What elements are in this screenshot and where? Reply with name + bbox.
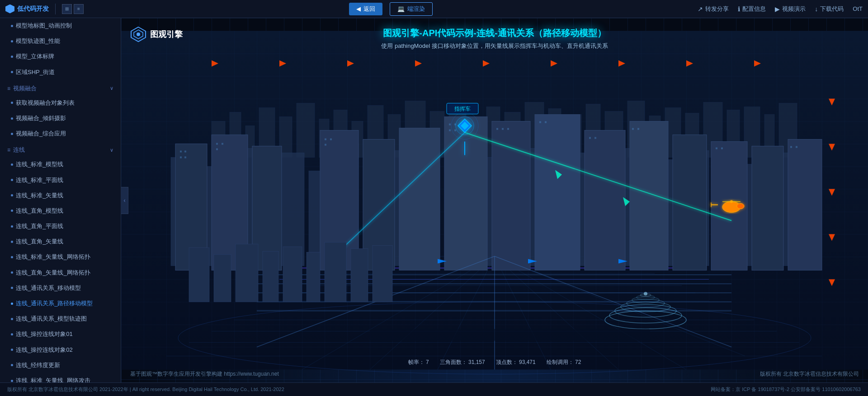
dot-icon: [11, 333, 13, 335]
sidebar-item-link-right-plane[interactable]: 连线_直角_平面线: [0, 219, 121, 234]
back-button[interactable]: ◀ 返回: [349, 3, 382, 15]
sidebar-item-get-video-list[interactable]: 获取视频融合对象列表: [0, 95, 121, 111]
svg-rect-132: [539, 121, 541, 123]
svg-rect-131: [507, 128, 509, 130]
sidebar-item-link-std-vector[interactable]: 连线_标准_矢量线: [0, 188, 121, 203]
sidebar-item-link-right-vector-topo[interactable]: 连线_直角_矢量线_网络拓扑: [0, 265, 121, 280]
sidebar-item-link-ctrl-01[interactable]: 连线_操控连线对象01: [0, 326, 121, 342]
svg-rect-133: [545, 121, 547, 123]
sidebar-item-label: 获取视频融合对象列表: [16, 99, 75, 107]
vertices-label: 顶点数：: [496, 359, 518, 365]
sidebar-item-link-lon-update[interactable]: 连线_经纬度更新: [0, 358, 121, 373]
svg-rect-117: [184, 157, 186, 158]
layout-grid-icon[interactable]: ⊞: [62, 4, 72, 14]
svg-rect-105: [444, 117, 487, 270]
sidebar-item-link-right-vector[interactable]: 连线_直角_矢量线: [0, 234, 121, 249]
svg-rect-113: [788, 140, 822, 270]
draw-calls-stat: 绘制调用： 72: [547, 359, 581, 366]
sidebar-item-link-std-vector-attack[interactable]: 连线_标准_矢量线_网络攻击: [0, 373, 121, 382]
config-action[interactable]: ℹ 配置信息: [738, 5, 766, 13]
viewport[interactable]: 指挥车: [121, 18, 868, 382]
render-button[interactable]: 💻 端渲染: [390, 2, 433, 16]
sidebar-item-link-comm-move[interactable]: 连线_通讯关系_移动模型: [0, 280, 121, 296]
dot-icon: [11, 225, 13, 228]
sidebar-item-link-comm-track[interactable]: 连线_通讯关系_模型轨迹图: [0, 311, 121, 326]
group-left: ≡ 视频融合: [7, 84, 37, 93]
user-text: OtT: [853, 5, 863, 12]
group-left: ≡ 连线: [7, 146, 25, 154]
fps-value: 7: [426, 359, 429, 365]
sidebar-item-label: 连线_标准_矢量线_网络攻击: [16, 377, 90, 382]
svg-rect-139: [721, 148, 723, 149]
svg-rect-140: [790, 146, 792, 148]
sidebar-item-region-shp-street[interactable]: 区域SHP_街道: [0, 65, 121, 80]
dot-icon: [11, 102, 13, 104]
dot-icon: [11, 287, 13, 289]
sidebar-item-label: 连线_经纬度更新: [16, 361, 60, 369]
sidebar-item-video-comprehensive[interactable]: 视频融合_综合应用: [0, 126, 121, 141]
sidebar-item-model-map-anim[interactable]: 模型地标图_动画控制: [0, 18, 121, 33]
sidebar-item-link-right-model[interactable]: 连线_直角_模型线: [0, 203, 121, 219]
render-label: 端渲染: [407, 5, 425, 13]
sidebar-item-model-3d-marker[interactable]: 模型_立体标牌: [0, 49, 121, 64]
svg-point-180: [644, 292, 647, 296]
svg-rect-188: [325, 242, 346, 302]
dot-icon: [11, 25, 13, 27]
scene-title-sub: 使用 pathingModel 接口移动对象位置，用矢量线展示指挥车与机动车、直…: [121, 42, 868, 50]
triangles-label: 三角面数：: [440, 359, 467, 365]
sidebar-item-label: 区域SHP_街道: [16, 68, 55, 76]
svg-rect-141: [796, 146, 797, 148]
download-icon: ↓: [815, 5, 818, 13]
svg-rect-129: [496, 128, 498, 130]
vertices-value: 93,471: [519, 359, 536, 365]
svg-rect-127: [449, 130, 451, 131]
sidebar-item-model-track-perf[interactable]: 模型轨迹图_性能: [0, 33, 121, 49]
svg-point-167: [737, 204, 744, 209]
sidebar-item-label: 连线_直角_矢量线: [16, 238, 63, 246]
dot-icon: [11, 318, 13, 320]
sidebar-item-link-std-vector-topo[interactable]: 连线_标准_矢量线_网络拓扑: [0, 249, 121, 265]
sidebar-item-label: 视频融合_倾斜摄影: [16, 114, 66, 122]
dot-icon: [11, 163, 13, 166]
sidebar-item-label: 连线_直角_矢量线_网络拓扑: [16, 269, 90, 277]
user-area[interactable]: OtT: [853, 5, 863, 12]
dot-icon: [11, 117, 13, 120]
header-right: ↗ 转发分享 ℹ 配置信息 ▶ 视频演示 ↓ 下载代码 OtT: [698, 5, 863, 13]
svg-rect-186: [283, 247, 302, 302]
footer: 版权所有 北京数字冰雹信息技术有限公司 2021-2022年 | All rig…: [0, 382, 868, 396]
sidebar-item-link-comm-path-move[interactable]: 连线_通讯关系_路径移动模型: [0, 296, 121, 311]
dot-icon: [11, 380, 13, 382]
group-icon: ≡: [7, 147, 10, 153]
svg-rect-116: [180, 157, 182, 158]
footer-right: 网站备案：京 ICP 备 19018737号-2 公安部备案号 11010602…: [711, 386, 861, 393]
sidebar-item-link-ctrl-02[interactable]: 连线_操控连线对象02: [0, 342, 121, 358]
svg-rect-190: [373, 246, 392, 302]
sidebar-group-video-fusion[interactable]: ≡ 视频融合 ∨: [0, 80, 121, 95]
video-icon: ▶: [775, 5, 780, 13]
sidebar-item-label: 连线_操控连线对象02: [16, 346, 73, 354]
sidebar-item-link-std-plane[interactable]: 连线_标准_平面线: [0, 172, 121, 188]
svg-rect-134: [589, 137, 591, 139]
bottom-attribution-right: 版权所有 北京数字冰雹信息技术有限公司: [760, 370, 859, 378]
svg-rect-112: [752, 146, 783, 270]
sidebar-item-label: 连线_标准_平面线: [16, 176, 63, 184]
config-label: 配置信息: [742, 5, 766, 13]
share-icon: ↗: [698, 5, 703, 13]
svg-rect-122: [330, 139, 332, 140]
sidebar-item-label: 连线_通讯关系_路径移动模型: [16, 299, 93, 307]
scene-title-main: 图观引擎-API代码示例-连线-通讯关系（路径移动模型）: [121, 27, 868, 39]
sidebar-item-label: 模型轨迹图_性能: [16, 37, 60, 45]
sidebar-collapse-handle[interactable]: ‹: [121, 187, 128, 214]
download-action[interactable]: ↓ 下载代码: [815, 5, 844, 13]
layout-icons: ⊞ ≡: [62, 4, 84, 14]
layout-list-icon[interactable]: ≡: [74, 4, 84, 14]
video-action[interactable]: ▶ 视频演示: [775, 5, 806, 13]
bottom-attribution-left: 基于图观™数字孪生应用开发引擎构建 https://www.tuguan.net: [130, 370, 279, 378]
logo-icon: [5, 5, 14, 14]
sidebar-item-link-std-model[interactable]: 连线_标准_模型线: [0, 157, 121, 172]
share-action[interactable]: ↗ 转发分享: [698, 5, 729, 13]
svg-rect-184: [236, 244, 258, 302]
app-logo: 低代码开发: [5, 5, 49, 14]
sidebar-item-video-oblique[interactable]: 视频融合_倾斜摄影: [0, 111, 121, 126]
sidebar-group-link[interactable]: ≡ 连线 ∨: [0, 141, 121, 157]
